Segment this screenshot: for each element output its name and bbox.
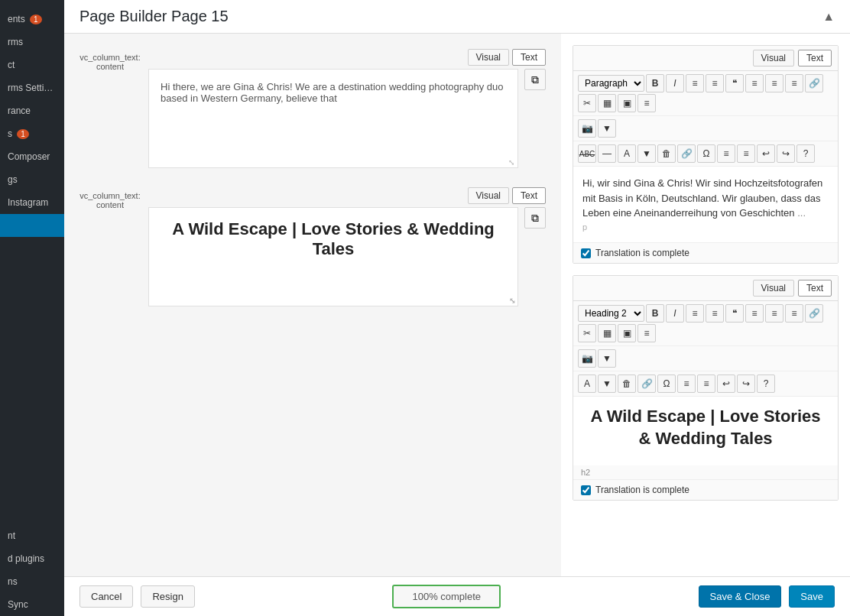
block1-preview: Hi there, we are Gina & Chris! We are a … (148, 69, 518, 168)
italic-button-2[interactable]: I (666, 304, 684, 323)
sidebar-item-rms[interactable]: rms (0, 31, 64, 53)
editor2-translation-checkbox[interactable] (581, 485, 591, 495)
align-right-button[interactable]: ≡ (785, 74, 803, 92)
media-button-2[interactable]: ▣ (618, 324, 636, 342)
strikethrough-button[interactable]: ABC (578, 144, 596, 163)
sidebar-item-instagram[interactable]: Instagram (0, 191, 64, 214)
anchor-button-2[interactable]: 🔗 (638, 374, 656, 393)
sidebar-item-gs[interactable]: gs (0, 168, 64, 191)
resign-button[interactable]: Resign (141, 585, 194, 608)
footer-left: Cancel Resign (79, 585, 195, 608)
block2-copy-button[interactable]: ⧉ (524, 207, 546, 229)
editor2-translation-label: Translation is complete (595, 485, 689, 495)
justify-button[interactable]: ≡ (638, 94, 656, 112)
font-color-dropdown-2[interactable]: ▼ (598, 374, 616, 393)
sidebar-item-sync[interactable]: Sync (0, 593, 64, 616)
hr-button[interactable]: — (598, 144, 616, 163)
redo-button[interactable]: ↪ (777, 144, 795, 163)
sidebar-item-active[interactable] (0, 214, 64, 237)
block2-resize[interactable]: ⤡ (508, 297, 516, 304)
sidebar-item-ns[interactable]: ns (0, 570, 64, 593)
align-right-button-2[interactable]: ≡ (785, 304, 803, 323)
source-block-1: vc_column_text:content Visual Text (79, 49, 546, 172)
indent-button[interactable]: ≡ (717, 144, 735, 163)
right-editor1-toolbar-row2: 📷 ▼ (573, 116, 838, 141)
bold-button[interactable]: B (646, 74, 664, 92)
ol-button[interactable]: ≡ (706, 74, 724, 92)
block2-visual-tab[interactable]: Visual (468, 187, 509, 204)
right-editor1-visual-tab[interactable]: Visual (753, 50, 794, 66)
image-button-2[interactable]: 📷 (578, 349, 596, 368)
align-center-button[interactable]: ≡ (765, 74, 783, 92)
link-button-2[interactable]: 🔗 (805, 304, 823, 323)
align-button-2[interactable]: ≡ (745, 304, 764, 323)
unlink-button[interactable]: ✂ (578, 94, 596, 112)
special-char-button-2[interactable]: Ω (657, 374, 676, 393)
save-close-button[interactable]: Save & Close (699, 585, 782, 608)
sidebar-item-ct[interactable]: ct (0, 53, 64, 76)
undo-button[interactable]: ↩ (757, 144, 775, 163)
outdent-button-2[interactable]: ≡ (697, 374, 715, 393)
page-header: Page Builder Page 15 ▲ (64, 0, 850, 34)
undo-button-2[interactable]: ↩ (717, 374, 735, 393)
help-button[interactable]: ? (796, 144, 815, 163)
right-editor1-text[interactable]: Hi, wir sind Gina & Chris! Wir sind Hoch… (573, 167, 838, 242)
font-color-dropdown[interactable]: ▼ (638, 144, 656, 163)
sidebar-item-nt[interactable]: nt (0, 524, 64, 547)
image-button[interactable]: 📷 (578, 119, 596, 138)
font-color-button-2[interactable]: A (578, 374, 596, 393)
special-char-button[interactable]: Ω (697, 144, 715, 163)
anchor-button[interactable]: 🔗 (677, 144, 696, 163)
align-center-button-2[interactable]: ≡ (765, 304, 783, 323)
ol-button-2[interactable]: ≡ (706, 304, 724, 323)
paragraph-select[interactable]: Paragraph Heading 1 Heading 2 Heading 3 (578, 75, 644, 92)
unlink-button-2[interactable]: ✂ (578, 324, 596, 342)
font-color-button[interactable]: A (618, 144, 636, 163)
block1-label: vc_column_text:content (79, 49, 141, 71)
ul-button[interactable]: ≡ (686, 74, 704, 92)
complete-button[interactable]: 100% complete (392, 585, 501, 608)
help-button-2[interactable]: ? (757, 374, 775, 393)
right-editor2-text-tab[interactable]: Text (798, 280, 832, 297)
editor2-heading: A Wild Escape | Love Stories & Wedding T… (582, 406, 829, 449)
blockquote-button[interactable]: ❝ (725, 74, 744, 92)
align-button[interactable]: ≡ (745, 74, 764, 92)
sidebar-item-ents[interactable]: ents 1 (0, 8, 64, 31)
heading2-select[interactable]: Heading 2 Paragraph Heading 1 Heading 3 (578, 305, 644, 322)
right-editor2-toolbar-row3: A ▼ 🗑 🔗 Ω ≡ ≡ ↩ ↪ ? (573, 371, 838, 397)
sidebar-item-s[interactable]: s 1 (0, 122, 64, 145)
table-button[interactable]: ▦ (598, 94, 616, 112)
sidebar-item-rms-settings[interactable]: rms Settings (0, 76, 64, 99)
right-editor1-tabs: Visual Text (573, 46, 838, 71)
image-dropdown[interactable]: ▼ (598, 119, 616, 138)
indent-button-2[interactable]: ≡ (677, 374, 696, 393)
blockquote-button-2[interactable]: ❝ (725, 304, 744, 323)
image-dropdown-2[interactable]: ▼ (598, 349, 616, 368)
save-button[interactable]: Save (789, 585, 835, 608)
block1-copy-button[interactable]: ⧉ (524, 69, 546, 90)
sidebar-item-plugins[interactable]: d plugins (0, 547, 64, 570)
right-editor2-text[interactable]: A Wild Escape | Love Stories & Wedding T… (573, 397, 838, 465)
sidebar-item-rance[interactable]: rance (0, 99, 64, 122)
editor1-translation-checkbox[interactable] (581, 248, 591, 258)
cancel-button[interactable]: Cancel (79, 585, 133, 608)
media-button[interactable]: ▣ (618, 94, 636, 112)
right-editor1-toolbar-row1: Paragraph Heading 1 Heading 2 Heading 3 … (573, 71, 838, 116)
right-editor2-visual-tab[interactable]: Visual (753, 280, 794, 297)
link-button[interactable]: 🔗 (805, 74, 823, 92)
paste-button[interactable]: 🗑 (657, 144, 676, 163)
redo-button-2[interactable]: ↪ (737, 374, 755, 393)
italic-button[interactable]: I (666, 74, 684, 92)
justify-button-2[interactable]: ≡ (638, 324, 656, 342)
paste-button-2[interactable]: 🗑 (618, 374, 636, 393)
sidebar-item-composer[interactable]: Composer (0, 145, 64, 168)
collapse-arrow[interactable]: ▲ (822, 10, 835, 24)
block1-text-tab[interactable]: Text (512, 49, 546, 66)
block2-text-tab[interactable]: Text (512, 187, 546, 204)
bold-button-2[interactable]: B (646, 304, 664, 323)
outdent-button[interactable]: ≡ (737, 144, 755, 163)
right-editor1-text-tab[interactable]: Text (798, 50, 832, 66)
ul-button-2[interactable]: ≡ (686, 304, 704, 323)
table-button-2[interactable]: ▦ (598, 324, 616, 342)
block1-visual-tab[interactable]: Visual (468, 49, 509, 66)
